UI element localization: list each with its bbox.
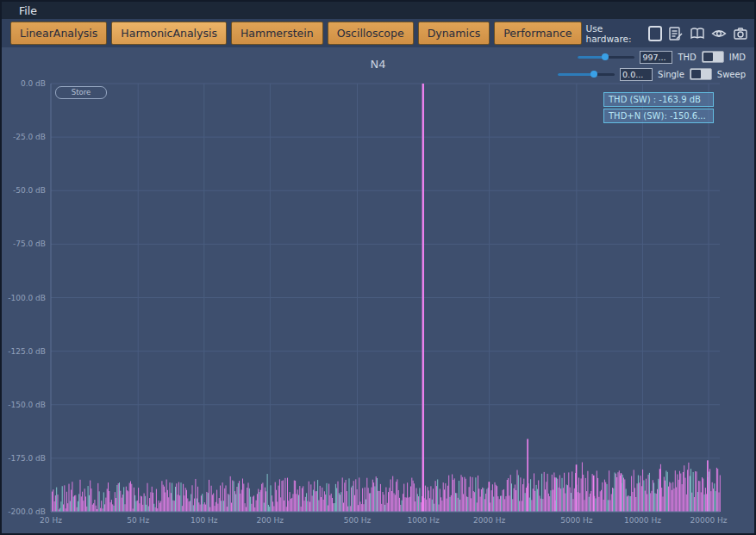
thd-readout: THD (SW) : -163.9 dB THD+N (SW): -150.6.…: [603, 92, 714, 123]
svg-text:-100.0 dB: -100.0 dB: [8, 294, 46, 302]
svg-text:20 Hz: 20 Hz: [40, 516, 62, 525]
hardware-controls: Use hardware: ⚙: [586, 23, 756, 44]
tab-performance[interactable]: Performance: [494, 22, 581, 45]
tab-oscilloscope[interactable]: Oscilloscope: [328, 22, 414, 45]
svg-text:-175.0 dB: -175.0 dB: [8, 454, 46, 463]
tab-hammerstein[interactable]: Hammerstein: [231, 22, 323, 45]
svg-text:100 Hz: 100 Hz: [191, 516, 218, 525]
svg-text:-50.0 dB: -50.0 dB: [13, 186, 46, 195]
svg-text:20000 Hz: 20000 Hz: [690, 516, 728, 525]
thd-imd-toggle-knob: [703, 53, 713, 61]
tab-bar: LinearAnalysis HarmonicAnalysis Hammerst…: [2, 19, 754, 47]
frequency-slider[interactable]: [578, 52, 634, 62]
use-hardware-label: Use hardware:: [586, 23, 640, 44]
svg-text:500 Hz: 500 Hz: [344, 516, 372, 525]
thd-readout-line: THD (SW) : -163.9 dB: [603, 92, 714, 107]
svg-text:-25.0 dB: -25.0 dB: [13, 133, 46, 141]
store-button[interactable]: Store: [55, 86, 107, 99]
svg-text:-75.0 dB: -75.0 dB: [13, 240, 46, 248]
single-sweep-toggle[interactable]: [690, 68, 712, 80]
camera-icon[interactable]: [733, 25, 748, 41]
imd-label: IMD: [729, 53, 746, 62]
frequency-slider-thumb[interactable]: [602, 53, 609, 60]
svg-text:-125.0 dB: -125.0 dB: [8, 347, 46, 356]
thdn-readout-line: THD+N (SW): -150.6...: [603, 109, 714, 123]
amplitude-value-field[interactable]: [620, 68, 653, 81]
svg-text:200 Hz: 200 Hz: [257, 516, 284, 525]
svg-text:1000 Hz: 1000 Hz: [407, 516, 440, 525]
svg-text:10000 Hz: 10000 Hz: [624, 516, 661, 525]
eye-icon[interactable]: [711, 25, 727, 41]
app-window: File LinearAnalysis HarmonicAnalysis Ham…: [0, 0, 756, 535]
menu-file[interactable]: File: [19, 3, 37, 20]
notes-icon[interactable]: [668, 25, 684, 41]
analyzer-panel: 0.0 dB-25.0 dB-50.0 dB-75.0 dB-100.0 dB-…: [2, 47, 754, 533]
frequency-value-field[interactable]: [640, 51, 672, 64]
thd-imd-toggle[interactable]: [702, 51, 724, 63]
single-label: Single: [658, 70, 684, 79]
thd-label: THD: [678, 53, 696, 62]
amplitude-slider-fill: [558, 73, 594, 76]
svg-text:-200.0 dB: -200.0 dB: [8, 507, 46, 516]
amplitude-slider-thumb[interactable]: [590, 71, 597, 78]
tab-harmonic-analysis[interactable]: HarmonicAnalysis: [111, 22, 227, 45]
use-hardware-checkbox[interactable]: [648, 26, 662, 41]
svg-text:50 Hz: 50 Hz: [127, 516, 149, 525]
svg-text:2000 Hz: 2000 Hz: [473, 516, 506, 525]
control-row-amplitude: Single Sweep: [558, 67, 746, 81]
book-icon[interactable]: [690, 25, 705, 41]
svg-text:-150.0 dB: -150.0 dB: [8, 401, 46, 409]
control-row-frequency: THD IMD: [558, 50, 746, 64]
sweep-label: Sweep: [717, 70, 746, 79]
tab-linear-analysis[interactable]: LinearAnalysis: [10, 22, 107, 45]
generator-controls: THD IMD Single Sweep: [558, 50, 746, 84]
tab-dynamics[interactable]: Dynamics: [418, 22, 490, 45]
svg-text:5000 Hz: 5000 Hz: [560, 516, 593, 525]
amplitude-slider[interactable]: [558, 69, 615, 79]
single-sweep-toggle-knob: [691, 70, 701, 78]
menubar: File: [2, 2, 754, 19]
svg-text:0.0 dB: 0.0 dB: [21, 79, 46, 88]
